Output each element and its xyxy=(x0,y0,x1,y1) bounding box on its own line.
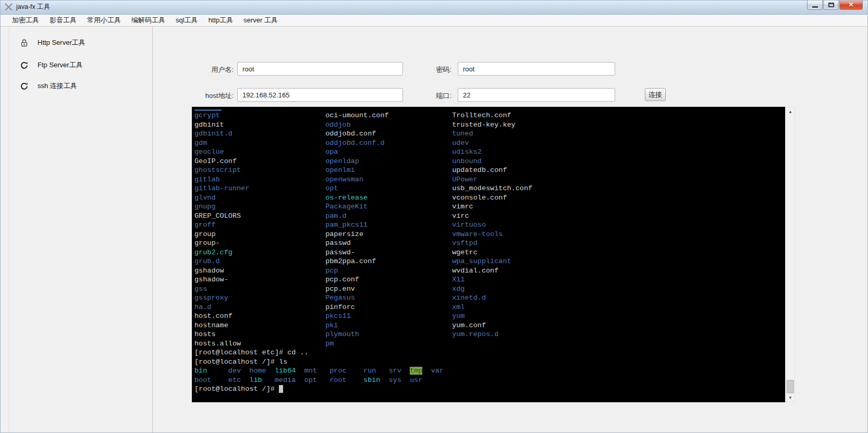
port-input[interactable] xyxy=(458,88,615,102)
terminal-text: trusted-key.key xyxy=(452,121,516,129)
terminal-text: sys xyxy=(389,376,401,384)
terminal-text: host.conf xyxy=(194,312,233,320)
terminal-text: root xyxy=(329,376,346,384)
titlebar: java-fx 工具 ✕ xyxy=(0,0,868,15)
terminal-text: pkcs11 xyxy=(325,312,351,320)
terminal-text: opt xyxy=(325,184,338,192)
terminal-line: GREP_COLORSpam.dvirc xyxy=(194,212,785,221)
sync-icon xyxy=(20,82,29,91)
terminal-line: group-passwdvsftpd xyxy=(194,239,785,249)
terminal-text: pam_pkcs11 xyxy=(325,221,368,229)
close-icon: ✕ xyxy=(848,1,853,8)
terminal-text: PackageKit xyxy=(325,203,368,211)
menu-item-common-tools[interactable]: 常用小工具 xyxy=(82,14,126,27)
terminal-line: groffpam_pkcs11virtuoso xyxy=(194,221,785,230)
terminal-line: hostsplymouthyum.repos.d xyxy=(194,330,785,340)
maximize-button[interactable] xyxy=(823,0,839,10)
terminal-text: gss xyxy=(194,285,207,293)
menu-item-media-tools[interactable]: 影音工具 xyxy=(44,14,82,27)
terminal-text: groff xyxy=(194,221,216,229)
terminal-text: openldap xyxy=(325,157,359,165)
window-title: java-fx 工具 xyxy=(16,3,50,11)
terminal-line: GeoIP.confopenldapunbound xyxy=(194,157,785,167)
terminal-text: lib64 xyxy=(275,367,296,375)
menu-item-codec-tools[interactable]: 编解码工具 xyxy=(126,14,170,27)
menu-item-encrypt-tools[interactable]: 加密工具 xyxy=(7,14,44,27)
terminal-text: papersize xyxy=(325,230,363,238)
terminal-text: group- xyxy=(194,239,220,247)
terminal-text: hosts xyxy=(194,330,216,338)
terminal-text: mnt xyxy=(304,367,317,375)
terminal-cursor xyxy=(279,385,283,393)
terminal-text: wpa_supplicant xyxy=(452,257,511,265)
terminal-line: ghostscriptopenlmiupdatedb.conf xyxy=(194,166,785,176)
terminal-text: pbm2ppa.conf xyxy=(325,257,376,265)
terminal-text: group xyxy=(194,230,216,238)
terminal-text: sbin xyxy=(363,376,380,384)
terminal-text: pcp.conf xyxy=(325,276,359,283)
terminal-text: gshadow xyxy=(194,267,224,275)
terminal-text: yum.repos.d xyxy=(452,330,498,338)
terminal-text: run xyxy=(363,367,376,375)
terminal-text: oddjobd.conf.d xyxy=(325,139,384,147)
terminal-text: xinetd.d xyxy=(452,294,486,302)
terminal-text: xml xyxy=(452,303,464,311)
scroll-down-button[interactable]: ▼ xyxy=(786,393,794,402)
terminal-text: udev xyxy=(452,139,469,147)
terminal-line: gitlab-runneroptusb_modeswitch.conf xyxy=(194,184,785,194)
terminal-line: geoclueopaudisks2 xyxy=(194,148,785,157)
terminal-text: openlmi xyxy=(325,166,355,174)
terminal-text: home xyxy=(249,367,266,375)
close-button[interactable]: ✕ xyxy=(839,0,863,10)
scroll-thumb[interactable] xyxy=(787,380,794,393)
terminal-text: hosts.allow xyxy=(194,340,241,348)
menu-item-server-tools[interactable]: server 工具 xyxy=(238,14,283,27)
terminal-text: opt xyxy=(304,376,317,384)
terminal-text: udisks2 xyxy=(452,148,482,156)
terminal-text: oddjob xyxy=(325,121,351,129)
terminal-text: GeoIP.conf xyxy=(194,157,237,165)
password-input[interactable] xyxy=(458,62,615,76)
port-label: 端口: xyxy=(412,91,451,101)
sidebar-item-label: Http Server工具 xyxy=(38,38,85,47)
terminal-line: ha.dpinforcxml xyxy=(194,303,785,313)
sidebar: Http Server工具 Ftp Server工具 ssh 连接工具 xyxy=(0,27,152,433)
terminal-text: opa xyxy=(325,148,338,156)
terminal-text: geoclue xyxy=(194,148,224,156)
scroll-up-button[interactable]: ▲ xyxy=(786,107,794,116)
minimize-icon xyxy=(812,6,818,8)
terminal-text: GREP_COLORS xyxy=(194,212,241,220)
terminal-text: oddjobd.conf xyxy=(325,130,376,138)
terminal-line: gsspcp.envxdg xyxy=(194,285,785,294)
terminal-text: hostname xyxy=(194,321,228,329)
terminal-text: vconsole.conf xyxy=(452,194,507,202)
connect-button[interactable]: 连接 xyxy=(645,88,666,101)
terminal-text: boot xyxy=(194,376,211,384)
terminal-scrollbar[interactable]: ▲ ▼ xyxy=(786,107,795,402)
menu-item-http-tools[interactable]: http工具 xyxy=(203,14,239,27)
sidebar-divider xyxy=(152,27,153,433)
username-input[interactable] xyxy=(237,62,403,76)
terminal-line: glvndos-releasevconsole.conf xyxy=(194,194,785,203)
terminal-text: virc xyxy=(452,212,469,220)
terminal[interactable]: gcryptoci-umount.confTrolltech.confgdbin… xyxy=(192,107,785,402)
terminal-text: gdbinit xyxy=(194,121,224,129)
terminal-text: virtuoso xyxy=(452,221,486,229)
menu-item-sql-tools[interactable]: sql工具 xyxy=(170,14,203,27)
host-input[interactable] xyxy=(237,88,403,102)
sync-icon xyxy=(20,61,29,70)
sidebar-item-ssh-connect[interactable]: ssh 连接工具 xyxy=(20,80,152,92)
terminal-text: grub2.cfg xyxy=(194,249,233,256)
password-label: 密码: xyxy=(412,65,451,75)
sidebar-item-http-server[interactable]: Http Server工具 xyxy=(20,36,152,49)
terminal-text: dev xyxy=(228,367,241,375)
terminal-line: gnupgPackageKitvimrc xyxy=(194,203,785,212)
sidebar-item-ftp-server[interactable]: Ftp Server工具 xyxy=(20,59,152,71)
terminal-text: lib xyxy=(249,376,262,384)
terminal-text: pam.d xyxy=(325,212,347,220)
terminal-text: [root@localhost /]# ls xyxy=(194,358,287,366)
terminal-text: passwd xyxy=(325,239,351,247)
terminal-text: unbound xyxy=(452,157,482,165)
terminal-line: bootetclibmediaoptrootsbinsysusr xyxy=(194,376,785,386)
minimize-button[interactable] xyxy=(807,0,823,10)
